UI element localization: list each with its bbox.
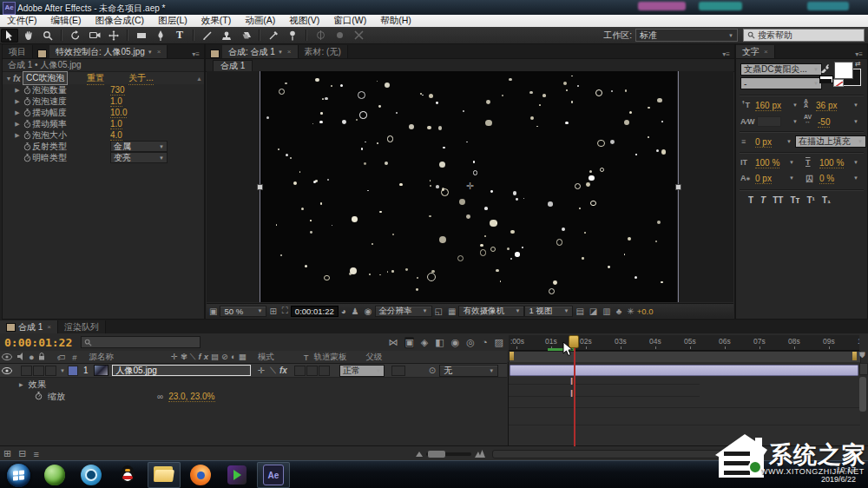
frame-blend-icon[interactable]: ◧	[435, 337, 444, 348]
twirl-right-icon[interactable]: ▶	[13, 98, 22, 105]
keyframe-marker[interactable]: I	[570, 388, 573, 399]
keyframe-marker[interactable]: I	[570, 376, 573, 386]
show-snapshot-icon[interactable]: ♟	[352, 307, 359, 316]
menu-item-7[interactable]: 窗口(W)	[326, 15, 373, 27]
selection-tool[interactable]	[1, 29, 18, 43]
audio-toggle[interactable]	[21, 366, 32, 376]
font-family-dropdown[interactable]: 文鼎DC黄阳尖...▼	[740, 63, 822, 76]
menu-item-0[interactable]: 文件(F)	[0, 15, 43, 27]
stroke-width-value[interactable]: 0 px	[755, 137, 772, 148]
chevron-down-icon[interactable]: ▼	[789, 160, 794, 165]
help-search-box[interactable]: 搜索帮助	[743, 29, 865, 42]
twirl-down-icon[interactable]: ▼	[4, 76, 13, 82]
taskbar-after-effects-icon[interactable]: Ae	[257, 462, 290, 488]
work-area-start-handle[interactable]	[510, 352, 514, 360]
fill-stroke-order-dropdown[interactable]: 在描边上填充▼	[795, 135, 866, 148]
parent-pickwhip-icon[interactable]: ⊙	[429, 366, 436, 375]
menu-item-3[interactable]: 图层(L)	[151, 15, 194, 27]
chevron-down-icon[interactable]: ▼	[789, 175, 794, 181]
eyedropper-icon[interactable]	[820, 63, 830, 75]
chevron-down-icon[interactable]: ▼	[792, 102, 798, 108]
frame-blend-toggle[interactable]	[294, 366, 306, 376]
param-value[interactable]: 1.0	[110, 96, 122, 107]
font-style-dropdown[interactable]: -▼	[740, 77, 822, 89]
collapse-switch-icon[interactable]: ✛	[258, 366, 265, 375]
panel-menu-icon[interactable]: ▾≡	[851, 50, 867, 58]
twirl-down-icon[interactable]: ▼	[60, 368, 65, 373]
chevron-down-icon[interactable]: ▼	[853, 175, 858, 181]
text-tool[interactable]: T	[171, 29, 188, 43]
transparency-grid-icon[interactable]: ▦	[448, 307, 456, 316]
label-color-chip[interactable]	[68, 366, 78, 376]
stopwatch-icon[interactable]	[22, 86, 32, 95]
timeline-search-box[interactable]	[81, 336, 201, 348]
all-caps-button[interactable]: TT	[769, 195, 786, 205]
mask-visibility-icon[interactable]: ⛶	[282, 306, 288, 316]
exposure-value[interactable]: +0.0	[637, 307, 654, 316]
current-time-indicator[interactable]	[574, 335, 575, 446]
twirl-right-icon[interactable]: ▶	[13, 132, 22, 139]
anchor-point-icon[interactable]: ✛	[466, 181, 474, 192]
panel-menu-icon[interactable]: ▾≡	[187, 50, 204, 58]
comp-marker-bin-icon[interactable]: ⛊	[859, 351, 865, 360]
camera-tool[interactable]	[86, 29, 103, 43]
menu-item-4[interactable]: 效果(T)	[194, 15, 238, 27]
horizontal-scale-value[interactable]: 100 %	[819, 158, 844, 168]
exposure-icon[interactable]: ✳	[627, 307, 634, 316]
tab-timeline-comp1[interactable]: 合成 1×	[0, 320, 58, 333]
current-timecode[interactable]: 0:00:01:22	[4, 336, 72, 349]
panel-menu-icon[interactable]: ▾≡	[718, 50, 734, 58]
close-icon[interactable]: ×	[47, 323, 51, 331]
graph-editor-icon[interactable]: ▨	[495, 337, 503, 348]
start-button[interactable]	[2, 462, 35, 488]
source-name-column[interactable]: 源名称	[89, 352, 114, 363]
timeline-button-icon[interactable]: ▥	[602, 307, 610, 316]
motion-blur-icon[interactable]: ◉	[451, 337, 460, 348]
param-value[interactable]: 730	[110, 85, 125, 96]
pan-behind-tool[interactable]	[105, 29, 122, 43]
chevron-down-icon[interactable]: ▼	[786, 139, 792, 144]
tab-effect-controls[interactable]: 特效控制台: 人像05.jpg▼×	[49, 45, 168, 58]
snapshot-icon[interactable]: ◕	[341, 307, 346, 316]
fast-preview-icon[interactable]: ◪	[589, 307, 597, 316]
resolution-dropdown[interactable]: 全分辨率▼	[375, 306, 432, 317]
swap-colors-icon[interactable]: ⇄	[855, 60, 861, 68]
scroll-up-icon[interactable]: ▲	[196, 76, 202, 82]
expand-inout-icon[interactable]: ≡	[33, 449, 38, 459]
twirl-right-icon[interactable]: ▶	[13, 87, 22, 94]
chevron-down-icon[interactable]: ▼	[853, 102, 858, 108]
fill-stroke-swatches[interactable]: ⇄	[834, 62, 863, 88]
close-icon[interactable]: ×	[764, 48, 768, 56]
effects-group-row[interactable]: ▶ 效果	[0, 379, 507, 390]
effect-switch-icon[interactable]: fx	[279, 366, 287, 375]
parent-dropdown[interactable]: 无▼	[439, 365, 498, 377]
layer-handle[interactable]	[675, 184, 681, 190]
twirl-right-icon[interactable]: ▶	[13, 109, 22, 116]
fill-swatch[interactable]	[834, 62, 853, 79]
hide-shy-icon[interactable]: ◈	[421, 337, 428, 348]
layer-name[interactable]: 人像05.jpg	[112, 365, 251, 376]
pen-tool[interactable]	[152, 29, 169, 43]
pixel-aspect-icon[interactable]: ▤	[575, 307, 583, 316]
taskbar-firefox-icon[interactable]	[184, 462, 217, 488]
taskbar-explorer-icon[interactable]	[148, 462, 181, 488]
trkmat-column[interactable]: 轨道蒙板	[313, 352, 346, 363]
expand-layer-switches-icon[interactable]: ⊞	[3, 448, 11, 459]
work-area-end-handle[interactable]	[852, 352, 857, 360]
no-fill-icon[interactable]	[833, 79, 844, 87]
baseline-shift-value[interactable]: 0 px	[755, 174, 772, 184]
close-icon[interactable]: ×	[287, 48, 292, 56]
scale-value[interactable]: 23.0, 23.0%	[168, 392, 214, 402]
zoom-tool[interactable]	[39, 29, 56, 43]
expand-transfer-controls-icon[interactable]: ⊟	[18, 448, 26, 459]
zoom-out-mountain-icon[interactable]	[416, 449, 423, 458]
zoom-slider-thumb[interactable]	[428, 451, 445, 458]
layer-handle[interactable]	[257, 184, 263, 190]
eraser-tool[interactable]	[237, 29, 254, 43]
tsume-value[interactable]: 0 %	[819, 174, 834, 184]
taskbar-360-browser-icon[interactable]	[38, 462, 71, 488]
title-bar[interactable]: Ae Adobe After Effects - 未命名项目.aep *	[0, 0, 868, 15]
channels-icon[interactable]: ◉	[365, 307, 372, 316]
about-link[interactable]: 关于...	[128, 72, 153, 85]
menu-item-2[interactable]: 图像合成(C)	[88, 15, 151, 27]
